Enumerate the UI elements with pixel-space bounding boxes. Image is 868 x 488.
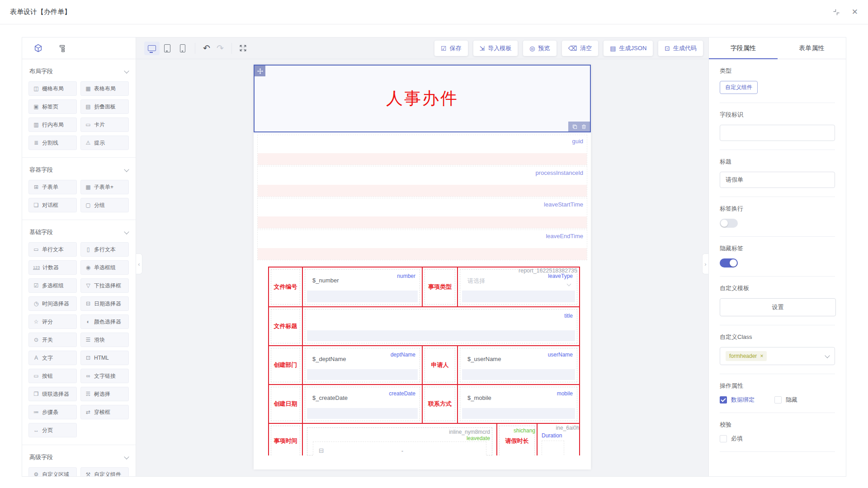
palette-item[interactable]: ⇄穿梭框 (80, 405, 129, 419)
palette-item[interactable]: ▦表格布局 (80, 81, 129, 96)
palette-item[interactable]: ⊟日期选择器 (80, 296, 129, 311)
field-id-input[interactable] (720, 125, 835, 141)
palette-item[interactable]: ☴树选择 (80, 387, 129, 401)
device-phone-button[interactable] (175, 42, 190, 55)
palette-item[interactable]: ❐级联选择器 (28, 387, 77, 401)
palette-item[interactable]: ⚒自定义组件 (80, 467, 129, 476)
label-wrap-toggle[interactable] (720, 219, 738, 228)
palette-item[interactable]: ▭卡片 (80, 117, 129, 132)
palette-item[interactable]: A文字 (28, 351, 77, 365)
palette-item[interactable]: ◫栅格布局 (28, 81, 77, 96)
tab-form-properties[interactable]: 表单属性 (778, 38, 846, 59)
input-cell[interactable]: $_number number (302, 267, 423, 307)
label-cell[interactable]: 创建部门 (268, 345, 303, 385)
palette-item[interactable]: ⊙开关 (28, 333, 77, 347)
palette-item[interactable]: ▭按钮 (28, 369, 77, 383)
palette-item[interactable]: ▭单行文本 (28, 242, 77, 257)
hidden-checkbox[interactable]: 隐藏 (774, 396, 797, 404)
custom-class-select[interactable]: formheader × (720, 347, 835, 365)
palette-item[interactable]: ◷时间选择器 (28, 296, 77, 311)
palette-section-header[interactable]: 布局字段 (28, 59, 129, 81)
label-cell[interactable]: 联系方式 (422, 384, 458, 424)
date-range-picker[interactable]: ⊟ - (313, 441, 486, 455)
form-header-component[interactable]: 人事办件 (254, 65, 591, 132)
palette-item[interactable]: ☰滑块 (80, 333, 129, 347)
palette-item[interactable]: ∞文字链接 (80, 369, 129, 383)
palette-item[interactable]: ◉单选框组 (80, 260, 129, 275)
outline-tree-tab-icon[interactable] (58, 44, 66, 52)
label-cell[interactable]: 事项时间 (268, 423, 303, 455)
palette-section-header[interactable]: 基础字段 (28, 220, 129, 242)
hidden-field-component[interactable]: guid (257, 135, 587, 165)
hide-label-toggle[interactable] (720, 258, 738, 267)
palette-item[interactable]: ▽下拉选择框 (80, 278, 129, 293)
generate-code-button[interactable]: ⊡生成代码 (658, 41, 703, 56)
remove-tag-icon[interactable]: × (760, 353, 763, 359)
label-cell[interactable]: 文件编号 (268, 267, 303, 307)
palette-item[interactable]: ⊡HTML (80, 351, 129, 365)
undo-icon[interactable]: ↶ (200, 44, 213, 52)
duration-input[interactable] (542, 441, 564, 455)
palette-item[interactable]: ▣标签页 (28, 99, 77, 114)
save-button[interactable]: ☑保存 (434, 41, 468, 56)
inline-layout-container[interactable]: inline_nym8mcrd leavedate ⊟ - (307, 427, 492, 455)
label-cell[interactable]: shichang 请假时长 (496, 423, 538, 455)
collapse-right-panel-handle[interactable]: › (702, 253, 708, 274)
close-icon[interactable]: ✕ (852, 7, 858, 17)
hidden-field-component[interactable]: processInstanceId (257, 166, 587, 197)
label-cell[interactable]: 文件标题 (268, 306, 303, 346)
palette-item[interactable]: ▯多行文本 (80, 242, 129, 257)
label-cell[interactable]: 事项类型 (422, 267, 458, 307)
label-cell[interactable]: 创建日期 (268, 384, 303, 424)
copy-icon[interactable] (572, 124, 577, 129)
palette-item[interactable]: ❏对话框 (28, 198, 77, 212)
palette-item[interactable]: ☆评分 (28, 314, 77, 329)
palette-item[interactable]: ▤折叠面板 (80, 99, 129, 114)
generate-json-button[interactable]: ▤生成JSON (604, 41, 653, 56)
delete-icon[interactable] (581, 124, 586, 129)
redo-icon[interactable]: ↷ (213, 44, 227, 52)
palette-item[interactable]: ▢分组 (80, 198, 129, 212)
palette-item[interactable]: 123计数器 (28, 260, 77, 275)
input-cell[interactable]: ine_6ai0h8lr Duration (537, 423, 580, 455)
palette-item[interactable]: ⊞子表单 (28, 180, 77, 194)
tab-field-properties[interactable]: 字段属性 (709, 38, 778, 59)
input-cell[interactable]: $_userName userName (457, 345, 580, 385)
input-cell[interactable]: $_createDate createDate (302, 384, 423, 424)
label-cell[interactable]: 申请人 (422, 345, 458, 385)
inline-container-cell[interactable]: inline_nym8mcrd leavedate ⊟ - (302, 423, 497, 455)
palette-item[interactable]: ≣分割线 (28, 136, 77, 150)
palette-item[interactable]: ◐颜色选择器 (80, 314, 129, 329)
import-template-button[interactable]: ⇲导入模板 (473, 41, 518, 56)
input-cell[interactable]: $_deptName deptName (302, 345, 423, 385)
device-tablet-button[interactable] (160, 42, 175, 55)
palette-item[interactable]: ▦子表单+ (80, 180, 129, 194)
palette-section-header[interactable]: 高级字段 (28, 445, 129, 467)
settings-button[interactable]: 设置 (720, 298, 836, 316)
components-tab-cube-icon[interactable] (34, 44, 42, 52)
palette-item[interactable]: ⚠提示 (80, 136, 129, 150)
palette-item[interactable]: ☑多选框组 (28, 278, 77, 293)
input-cell[interactable]: $_mobile mobile (457, 384, 580, 424)
title-input[interactable] (720, 172, 835, 188)
palette-section-header[interactable]: 容器字段 (28, 158, 129, 180)
palette-item[interactable]: ≔步骤条 (28, 405, 77, 419)
move-handle-icon[interactable] (255, 66, 265, 76)
palette-item[interactable]: ⚙自定义区域 (28, 467, 77, 476)
compress-window-icon[interactable] (833, 9, 840, 16)
hidden-field-component[interactable]: leaveEndTime (257, 230, 587, 260)
preview-button[interactable]: ◎预览 (523, 41, 556, 56)
clear-button[interactable]: ⌫清空 (562, 41, 599, 56)
hidden-field-component[interactable]: leaveStartTime (257, 198, 587, 229)
input-cell[interactable]: title (302, 306, 580, 346)
palette-item[interactable]: ↔分页 (28, 423, 77, 437)
palette-item[interactable]: ▥行内布局 (28, 117, 77, 132)
fullscreen-icon[interactable] (236, 44, 250, 52)
palette-item-label: 自定义组件 (94, 471, 121, 477)
device-desktop-button[interactable] (144, 42, 160, 55)
design-canvas[interactable]: 人事办件 guid (136, 59, 708, 476)
report-table-component[interactable]: report_1622518382735 文件编号 $_number numbe… (268, 267, 580, 455)
required-checkbox[interactable]: 必填 (720, 435, 743, 443)
collapse-left-panel-handle[interactable]: ‹ (136, 253, 142, 274)
data-binding-checkbox[interactable]: 数据绑定 (720, 396, 755, 404)
